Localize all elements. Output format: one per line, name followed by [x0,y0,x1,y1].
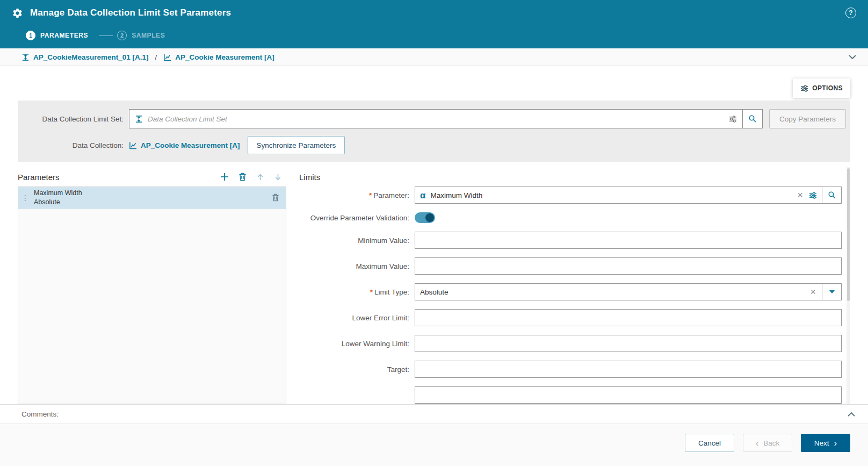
move-down-icon[interactable] [274,173,282,181]
limit-set-label: Data Collection Limit Set: [18,115,129,123]
toggle-knob [425,213,434,222]
options-tab[interactable]: OPTIONS [793,78,850,98]
cancel-button[interactable]: Cancel [685,434,734,452]
next-button[interactable]: Next › [801,434,850,452]
maximum-value-input[interactable] [415,257,842,275]
lower-error-limit-input[interactable] [415,309,842,326]
override-row: Override Parameter Validation: [299,212,842,223]
main-content: OPTIONS Data Collection Limit Set: Data … [0,66,868,404]
lower-error-row: Lower Error Limit: [299,309,842,326]
tune-icon[interactable] [809,191,817,199]
lower-warning-label: Lower Warning Limit: [299,340,415,348]
delete-icon[interactable] [238,173,247,181]
breadcrumb: AP_CookieMeasurement_01 [A.1] / AP_Cooki… [0,48,868,66]
breadcrumb-limit-set[interactable]: AP_CookieMeasurement_01 [A.1] [21,53,149,61]
breadcrumb-data-collection-label: AP_Cookie Measurement [A] [175,53,274,61]
target-input[interactable] [415,361,842,378]
next-button-label: Next [814,439,829,447]
override-validation-toggle[interactable] [415,212,435,223]
delete-icon[interactable] [272,193,279,202]
help-icon[interactable]: ? [845,8,856,18]
required-marker: * [370,288,373,296]
app-window: Manage Data Collection Limit Set Paramet… [0,0,868,466]
clipped-input[interactable] [415,386,842,404]
lower-warning-row: Lower Warning Limit: [299,335,842,352]
required-marker: * [369,191,372,199]
limit-type-select[interactable]: Absolute × [415,283,842,300]
wizard-step-parameters[interactable]: 1 PARAMETERS [26,31,88,40]
clear-icon[interactable]: × [809,287,817,297]
parameter-value: Maximum Width [430,191,791,199]
back-chevron-icon: ‹ [756,439,759,448]
parameters-title: Parameters [18,173,60,182]
limit-type-dropdown-button[interactable] [822,284,841,300]
step-2-number: 2 [117,31,127,40]
next-chevron-icon: › [834,439,837,448]
page-title: Manage Data Collection Limit Set Paramet… [30,8,845,18]
limit-set-search-button[interactable] [742,110,762,128]
minimum-value-row: Minimum Value: [299,232,842,249]
target-row: Target: [299,361,842,378]
limit-set-icon [135,115,143,123]
limit-type-label: *Limit Type: [299,288,415,296]
limits-title: Limits [299,173,320,182]
comments-bar[interactable]: Comments: [0,404,868,424]
step-1-number: 1 [26,31,35,40]
breadcrumb-limit-set-label: AP_CookieMeasurement_01 [A.1] [33,53,149,61]
limit-type-row: *Limit Type: Absolute × [299,283,842,300]
parameter-row: *Parameter: α Maximum Width × [299,187,842,204]
limit-set-placeholder: Data Collection Limit Set [148,115,724,123]
data-collection-row: Data Collection: AP_Cookie Measurement [… [18,136,850,154]
back-button[interactable]: ‹ Back [743,434,792,452]
wizard-steps: 1 PARAMETERS 2 SAMPLES [0,26,868,48]
data-collection-link[interactable]: AP_Cookie Measurement [A] [129,141,240,149]
drag-handle-icon[interactable]: ⋮ [21,194,29,202]
scrollbar-thumb[interactable] [847,168,850,301]
target-label: Target: [299,365,415,374]
limit-set-icon [21,53,30,61]
maximum-value-row: Maximum Value: [299,257,842,275]
parameter-search-button[interactable] [822,187,841,203]
copy-parameters-button[interactable]: Copy Parameters [769,109,846,128]
footer-bar: Cancel ‹ Back Next › [0,424,868,466]
limits-panel: Limits *Parameter: α Maximum Width × [299,167,850,404]
tune-icon[interactable] [729,115,737,123]
synchronize-parameters-button[interactable]: Synchronize Parameters [248,136,345,154]
minimum-value-input[interactable] [415,232,842,249]
add-icon[interactable] [220,173,229,181]
param-item-limit-type: Absolute [34,198,272,206]
limits-form: *Parameter: α Maximum Width × [299,187,842,404]
list-item-maximum-width[interactable]: ⋮ Maximum Width Absolute [18,187,286,209]
search-icon [828,191,836,199]
data-collection-value: AP_Cookie Measurement [A] [141,141,240,149]
override-label: Override Parameter Validation: [299,214,415,222]
wizard-step-samples[interactable]: 2 SAMPLES [117,31,165,40]
parameters-list: ⋮ Maximum Width Absolute [18,187,286,404]
limit-set-input[interactable]: Data Collection Limit Set [129,109,763,128]
breadcrumb-data-collection[interactable]: AP_Cookie Measurement [A] [163,53,274,61]
chart-icon [129,141,137,149]
alpha-icon: α [420,191,425,200]
parameters-header: Parameters [18,167,286,187]
chevron-down-icon[interactable] [849,55,856,59]
parameters-toolbar [220,173,286,181]
parameters-panel: Parameters [18,167,286,404]
lower-warning-limit-input[interactable] [415,335,842,352]
back-button-label: Back [763,439,779,447]
chevron-up-icon[interactable] [848,412,855,417]
tune-icon [800,84,808,92]
comments-label: Comments: [21,410,59,418]
step-connector [99,35,113,36]
search-icon [748,114,757,123]
data-collection-label: Data Collection: [18,141,129,149]
app-header: Manage Data Collection Limit Set Paramet… [0,0,868,26]
limits-header: Limits [299,167,842,187]
limit-type-value: Absolute [420,288,804,296]
clipped-field-row [299,386,842,404]
parameter-input[interactable]: α Maximum Width × [415,187,842,204]
vertical-scrollbar[interactable] [847,167,850,404]
dropdown-arrow-icon [829,290,835,293]
move-up-icon[interactable] [256,173,264,181]
clear-icon[interactable]: × [796,190,804,200]
limit-set-panel: Data Collection Limit Set: Data Collecti… [18,101,850,162]
